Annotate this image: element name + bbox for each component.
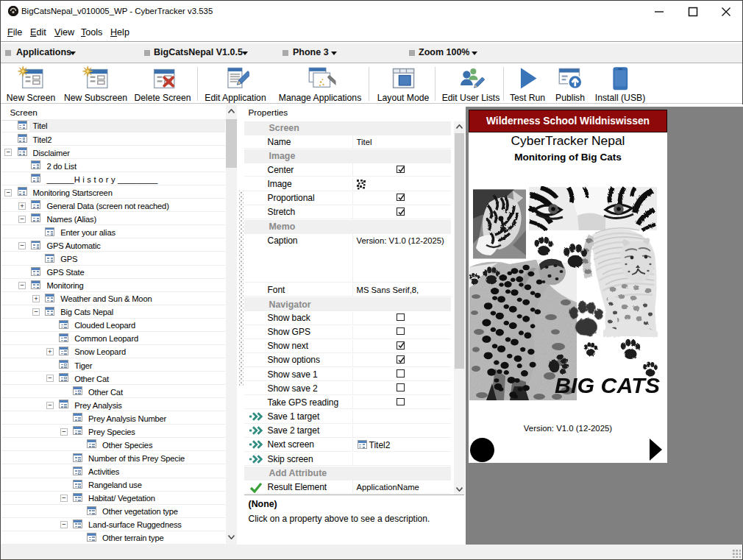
svg-text:BIG CATS: BIG CATS [555,373,660,397]
